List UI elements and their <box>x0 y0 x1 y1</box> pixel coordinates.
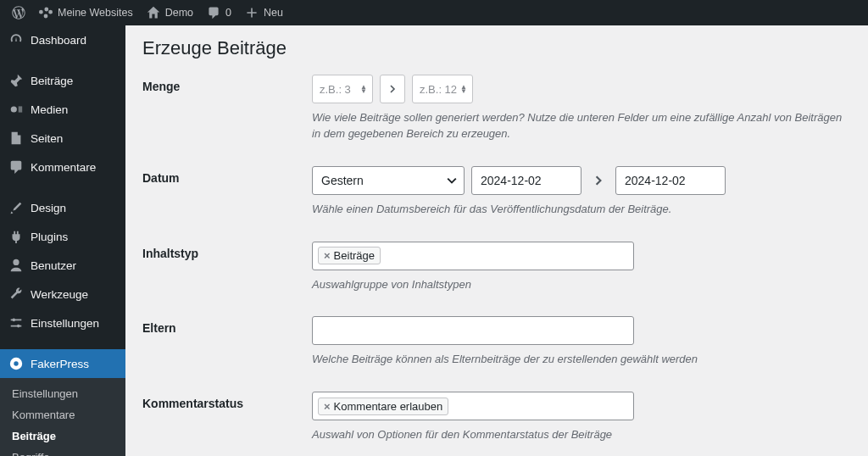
chevron-right-icon <box>388 85 397 93</box>
date-from-input[interactable]: 2024-12-02 <box>471 166 581 195</box>
date-preset-select[interactable]: Gestern <box>312 166 465 195</box>
placeholder-text: z.B.: 3 <box>320 83 351 96</box>
menu-label: Benutzer <box>31 259 76 272</box>
stepper-icon: ▲▼ <box>360 85 367 93</box>
submenu-settings[interactable]: Einstellungen <box>0 383 125 404</box>
content-type-select[interactable]: × Beiträge <box>312 242 634 270</box>
my-sites[interactable]: Meine Websites <box>32 0 140 25</box>
admin-sidebar: Dashboard Beiträge Medien Seiten Komment… <box>0 25 125 456</box>
new-content[interactable]: Neu <box>238 0 290 25</box>
remove-tag-icon[interactable]: × <box>324 400 331 413</box>
menu-media[interactable]: Medien <box>0 95 125 124</box>
row-parent: Eltern Welche Beiträge können als Eltern… <box>142 316 851 368</box>
menu-appearance[interactable]: Design <box>0 193 125 222</box>
media-icon <box>8 102 24 117</box>
comments-link[interactable]: 0 <box>200 0 238 25</box>
qty-max-input[interactable]: z.B.: 12 ▲▼ <box>412 75 473 103</box>
row-date: Datum Gestern 2024-12-02 2024-12-02 Wähl… <box>142 166 851 218</box>
menu-tools[interactable]: Werkzeuge <box>0 280 125 309</box>
submenu-comments[interactable]: Kommentare <box>0 404 125 425</box>
site-name-label: Demo <box>165 7 193 19</box>
label-quantity: Menge <box>142 75 312 93</box>
stepper-icon: ▲▼ <box>460 85 467 93</box>
brush-icon <box>8 200 24 215</box>
wrench-icon <box>8 286 24 302</box>
menu-fakerpress[interactable]: FakerPress <box>0 349 125 378</box>
menu-users[interactable]: Benutzer <box>0 251 125 280</box>
desc-parent: Welche Beiträge können als Elternbeiträg… <box>312 352 851 368</box>
parent-select[interactable] <box>312 316 634 345</box>
menu-pages[interactable]: Seiten <box>0 124 125 153</box>
pin-icon <box>8 73 24 88</box>
remove-tag-icon[interactable]: × <box>324 249 331 262</box>
home-icon <box>147 6 160 19</box>
tag-label: Beiträge <box>334 249 375 262</box>
label-parent: Eltern <box>142 316 312 335</box>
menu-label: Beiträge <box>31 75 73 87</box>
row-comment-status: Kommentarstatus × Kommentare erlauben Au… <box>142 392 851 443</box>
comment-icon <box>8 159 24 175</box>
menu-label: Kommentare <box>31 161 96 174</box>
submenu-terms[interactable]: Begriffe <box>0 447 125 456</box>
comments-count: 0 <box>225 7 231 19</box>
sliders-icon <box>8 315 24 331</box>
row-quantity: Menge z.B.: 3 ▲▼ z.B.: 12 ▲▼ Wie viele B… <box>142 75 851 142</box>
menu-label: Werkzeuge <box>31 288 88 301</box>
menu-label: Plugins <box>31 231 68 243</box>
my-sites-label: Meine Websites <box>58 7 133 19</box>
menu-comments[interactable]: Kommentare <box>0 153 125 181</box>
menu-dashboard[interactable]: Dashboard <box>0 25 125 54</box>
page-title: Erzeuge Beiträge <box>142 37 851 59</box>
comment-status-select[interactable]: × Kommentare erlauben <box>312 392 634 420</box>
qty-min-input[interactable]: z.B.: 3 ▲▼ <box>312 75 373 103</box>
tag-posts[interactable]: × Beiträge <box>318 247 381 264</box>
svg-point-0 <box>11 106 17 112</box>
svg-point-1 <box>13 319 16 322</box>
desc-quantity: Wie viele Beiträge sollen generiert werd… <box>312 110 851 142</box>
range-arrow <box>380 75 405 103</box>
chevron-down-icon <box>447 175 457 186</box>
menu-label: Seiten <box>31 132 63 145</box>
fakerpress-icon <box>8 356 24 371</box>
svg-point-4 <box>14 361 18 365</box>
label-comment-status: Kommentarstatus <box>142 392 312 410</box>
tag-allow-comments[interactable]: × Kommentare erlauben <box>318 398 448 415</box>
menu-posts[interactable]: Beiträge <box>0 66 125 95</box>
page-icon <box>8 131 24 146</box>
dashboard-icon <box>8 32 24 47</box>
site-name[interactable]: Demo <box>140 0 200 25</box>
chevron-right-icon <box>593 175 604 186</box>
menu-label: Medien <box>31 103 68 116</box>
admin-bar: Meine Websites Demo 0 Neu <box>0 0 868 25</box>
menu-label: Einstellungen <box>31 317 99 330</box>
desc-comment-status: Auswahl von Optionen für den Kommentarst… <box>312 427 851 443</box>
page-content: Erzeuge Beiträge Menge z.B.: 3 ▲▼ z.B.: … <box>125 25 868 456</box>
plugin-icon <box>8 229 24 244</box>
svg-point-2 <box>17 325 20 328</box>
multisite-icon <box>39 6 53 19</box>
menu-settings[interactable]: Einstellungen <box>0 309 125 337</box>
menu-plugins[interactable]: Plugins <box>0 222 125 251</box>
placeholder-text: z.B.: 12 <box>420 83 457 96</box>
range-arrow <box>588 166 609 195</box>
desc-content-type: Auswahlgruppe von Inhaltstypen <box>312 277 851 293</box>
date-value: 2024-12-02 <box>481 174 542 187</box>
label-content-type: Inhaltstyp <box>142 242 312 260</box>
wordpress-icon <box>12 6 25 19</box>
tag-label: Kommentare erlauben <box>334 400 443 413</box>
date-value: 2024-12-02 <box>625 174 686 187</box>
menu-label: Dashboard <box>31 34 86 47</box>
submenu-posts[interactable]: Beiträge <box>0 425 125 447</box>
label-date: Datum <box>142 166 312 185</box>
plus-icon <box>245 6 259 19</box>
select-value: Gestern <box>321 174 364 187</box>
desc-date: Wähle einen Datumsbereich für das Veröff… <box>312 202 851 218</box>
menu-label: Design <box>31 202 66 214</box>
date-to-input[interactable]: 2024-12-02 <box>615 166 726 195</box>
row-content-type: Inhaltstyp × Beiträge Auswahlgruppe von … <box>142 242 851 293</box>
new-content-label: Neu <box>264 7 283 19</box>
menu-label: FakerPress <box>31 358 89 370</box>
user-icon <box>8 258 24 273</box>
fakerpress-submenu: Einstellungen Kommentare Beiträge Begrif… <box>0 378 125 456</box>
wp-logo[interactable] <box>5 0 32 25</box>
